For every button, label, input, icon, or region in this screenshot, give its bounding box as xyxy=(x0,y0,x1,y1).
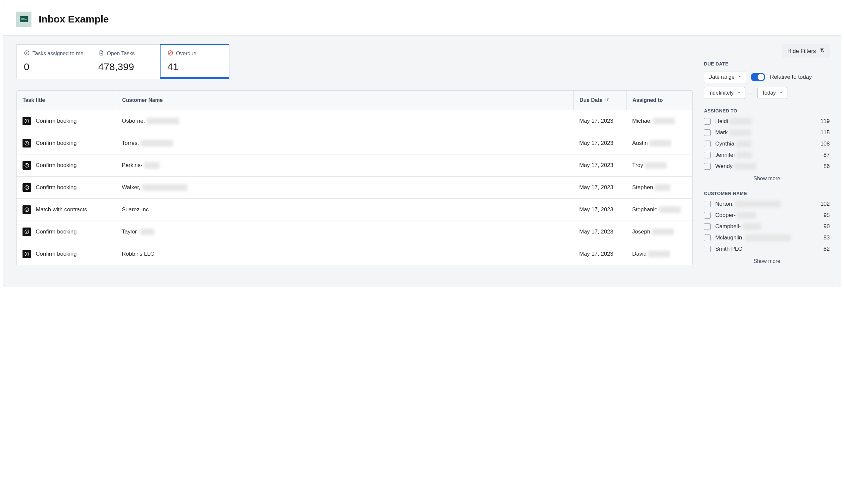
table-row[interactable]: Confirm bookingWalker, redacted text her… xyxy=(17,177,692,199)
facet-count: 86 xyxy=(824,163,830,170)
svg-point-8 xyxy=(25,230,29,234)
stat-value: 478,399 xyxy=(98,61,153,72)
svg-point-0 xyxy=(24,51,29,55)
table-row[interactable]: Match with contractsSuarez IncMay 17, 20… xyxy=(17,199,692,221)
arrow-right-circle-icon xyxy=(22,139,31,147)
checkbox[interactable] xyxy=(704,163,711,170)
table-row[interactable]: Confirm bookingPerkins- redactMay 17, 20… xyxy=(17,155,692,177)
facet-count: 95 xyxy=(824,212,830,219)
svg-point-5 xyxy=(25,163,29,167)
assigned-to-cell: David redacted xyxy=(632,251,670,257)
facet-name: Cooper- redacte xyxy=(715,212,819,219)
hide-filters-button[interactable]: Hide Filters xyxy=(782,44,830,58)
col-task-title-label: Task title xyxy=(22,97,45,103)
facet-name: Wendy redacted xyxy=(715,163,819,170)
filter-customer-name: Customer Name Norton, redacted text here… xyxy=(704,191,830,264)
customer-show-more[interactable]: Show more xyxy=(704,258,830,264)
checkbox[interactable] xyxy=(704,129,711,136)
table-row[interactable]: Confirm bookingRobbins LLCMay 17, 2023Da… xyxy=(17,243,692,265)
task-title-cell: Confirm booking xyxy=(36,162,77,169)
col-assigned-to[interactable]: Assigned to xyxy=(626,91,692,110)
due-date-to-select[interactable]: Today xyxy=(757,87,787,99)
stat-label: Open Tasks xyxy=(107,51,135,57)
checkbox[interactable] xyxy=(704,201,711,208)
checkbox[interactable] xyxy=(704,212,711,219)
filter-assigned-to-heading: Assigned To xyxy=(704,108,830,113)
assigned-to-cell: Troy redacted xyxy=(632,162,667,169)
facet-customer-list: Norton, redacted text here102Cooper- red… xyxy=(704,201,830,252)
sort-asc-icon xyxy=(605,97,610,103)
svg-point-3 xyxy=(25,119,29,123)
assigned-to-cell: Stephen redact xyxy=(632,184,670,191)
customer-name-cell: Osborne, redacted text xyxy=(122,118,179,124)
stat-label: Overdue xyxy=(176,51,196,57)
svg-line-2 xyxy=(169,52,172,55)
facet-name: Mclaughlin, redacted text here xyxy=(715,234,819,241)
checkbox[interactable] xyxy=(704,141,711,147)
facet-count: 119 xyxy=(821,118,830,125)
task-title-cell: Confirm booking xyxy=(36,229,77,235)
facet-item[interactable]: Smith PLC82 xyxy=(704,246,830,252)
due-date-cell: May 17, 2023 xyxy=(579,206,613,213)
task-title-cell: Confirm booking xyxy=(36,118,77,124)
table-body: Confirm bookingOsborne, redacted textMay… xyxy=(17,110,692,265)
facet-assigned-list: Heidi redacted119Mark redacted115Cynthia… xyxy=(704,118,830,170)
col-task-title[interactable]: Task title xyxy=(17,91,116,110)
facet-item[interactable]: Norton, redacted text here102 xyxy=(704,201,830,208)
checkbox[interactable] xyxy=(704,234,711,241)
facet-name: Mark redacted xyxy=(715,129,816,136)
facet-item[interactable]: Cooper- redacte95 xyxy=(704,212,830,219)
arrow-right-circle-icon xyxy=(22,183,31,192)
filter-due-date: Due Date Date range Relative to today In… xyxy=(704,61,830,99)
col-due-date[interactable]: Due Date xyxy=(573,91,626,110)
due-date-to-label: Today xyxy=(762,90,776,96)
facet-count: 115 xyxy=(821,129,830,136)
arrow-right-circle-icon xyxy=(22,205,31,214)
filter-assigned-to: Assigned To Heidi redacted119Mark redact… xyxy=(704,108,830,182)
facet-count: 83 xyxy=(824,234,830,241)
stat-card-assigned-to-me[interactable]: Tasks assigned to me0 xyxy=(16,44,91,79)
arrow-right-circle-icon xyxy=(22,117,31,125)
due-date-cell: May 17, 2023 xyxy=(579,162,613,169)
due-date-from-select[interactable]: Indefinitely xyxy=(704,87,745,99)
facet-item[interactable]: Mclaughlin, redacted text here83 xyxy=(704,234,830,241)
facet-item[interactable]: Campbell- redacte90 xyxy=(704,223,830,230)
stat-value: 41 xyxy=(168,61,222,72)
facet-item[interactable]: Cynthia redact108 xyxy=(704,141,830,147)
range-separator: – xyxy=(750,90,753,96)
col-customer-name[interactable]: Customer Name xyxy=(116,91,573,110)
table-row[interactable]: Confirm bookingTorres, redacted textMay … xyxy=(17,132,692,155)
checkbox[interactable] xyxy=(704,118,711,125)
page-body: Tasks assigned to me0Open Tasks478,399Ov… xyxy=(3,36,841,287)
due-date-cell: May 17, 2023 xyxy=(579,251,613,257)
stat-card-overdue[interactable]: Overdue41 xyxy=(160,44,229,79)
due-date-cell: May 17, 2023 xyxy=(579,229,613,235)
checkbox[interactable] xyxy=(704,223,711,230)
table-row[interactable]: Confirm bookingTaylor- redacMay 17, 2023… xyxy=(17,221,692,243)
assigned-show-more[interactable]: Show more xyxy=(704,176,830,182)
facet-item[interactable]: Jennifer redact87 xyxy=(704,152,830,158)
filter-remove-icon xyxy=(819,48,825,55)
facet-name: Heidi redacted xyxy=(715,118,816,125)
checkbox[interactable] xyxy=(704,246,711,252)
task-title-cell: Match with contracts xyxy=(36,206,87,213)
facet-item[interactable]: Heidi redacted119 xyxy=(704,118,830,125)
facet-item[interactable]: Wendy redacted86 xyxy=(704,163,830,170)
relative-toggle[interactable] xyxy=(751,73,765,82)
svg-point-9 xyxy=(25,252,29,256)
facet-name: Cynthia redact xyxy=(715,141,816,147)
due-date-mode-label: Date range xyxy=(708,74,735,80)
task-title-cell: Confirm booking xyxy=(36,140,77,146)
table-header: Task title Customer Name Due Date xyxy=(17,91,692,110)
table-row[interactable]: Confirm bookingOsborne, redacted textMay… xyxy=(17,110,692,132)
due-date-mode-select[interactable]: Date range xyxy=(704,71,746,83)
facet-count: 108 xyxy=(821,141,830,147)
customer-name-cell: Suarez Inc xyxy=(122,206,149,213)
customer-name-cell: Taylor- redac xyxy=(122,229,154,235)
facet-item[interactable]: Mark redacted115 xyxy=(704,129,830,136)
due-date-from-label: Indefinitely xyxy=(708,90,734,96)
checkbox[interactable] xyxy=(704,152,711,158)
facet-count: 87 xyxy=(824,152,830,158)
stat-card-open-tasks[interactable]: Open Tasks478,399 xyxy=(91,44,160,79)
filters-column: Hide Filters Due Date Date range xyxy=(704,44,830,273)
